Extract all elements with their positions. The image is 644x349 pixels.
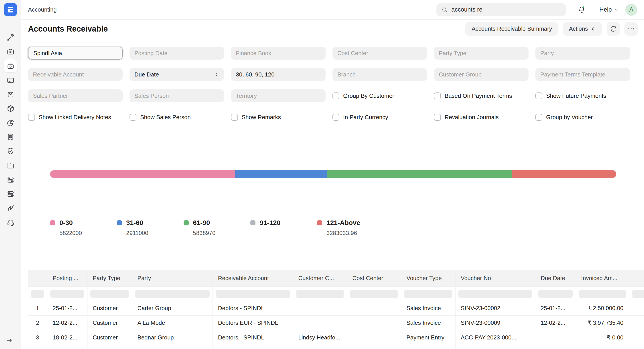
column-filter-input[interactable] [50, 290, 84, 298]
sidebar-item-organization[interactable] [0, 130, 21, 144]
sidebar-item-settings[interactable] [0, 172, 21, 187]
cell-invoiced-amount[interactable]: ₹ 0.00 [576, 330, 629, 345]
cell-voucher-no[interactable]: ACC-PAY-2023-000... [455, 330, 535, 345]
sales-person-filter[interactable]: Sales Person [130, 89, 224, 102]
in-party-currency-checkbox[interactable]: In Party Currency [332, 111, 427, 124]
column-filter-input[interactable] [538, 290, 573, 298]
cell-invoiced-amount[interactable]: ₹ 3,97,735.40 [576, 316, 629, 330]
cell-party-type[interactable]: Customer [87, 330, 132, 345]
column-header-receivable-account[interactable]: Receivable Account [212, 270, 293, 287]
cell-voucher-type[interactable]: Payment Entry [401, 330, 455, 345]
actions-button[interactable]: Actions [563, 22, 602, 35]
column-filter-input[interactable] [216, 290, 290, 298]
ageing-range-filter[interactable]: 30, 60, 90, 120 [231, 68, 326, 81]
column-header-index[interactable] [28, 270, 47, 287]
show-linked-delivery-notes-checkbox[interactable]: Show Linked Delivery Notes [28, 111, 122, 124]
refresh-button[interactable] [606, 22, 620, 35]
company-filter[interactable]: Spindl Asia [28, 47, 122, 59]
cell-voucher-type[interactable]: Sales Invoice [401, 301, 455, 316]
sidebar-item-banking[interactable] [0, 73, 21, 87]
cell-voucher-no[interactable]: SINV-23-00009 [455, 316, 535, 330]
show-sales-person-checkbox[interactable]: Show Sales Person [130, 111, 224, 124]
customer-group-filter[interactable]: Customer Group [434, 68, 528, 81]
cell-invoiced-amount[interactable]: ₹ 2,50,000.00 [576, 301, 629, 316]
payment-terms-template-filter[interactable]: Payment Terms Template [536, 68, 630, 81]
expand-sidebar-button[interactable] [6, 336, 15, 346]
cell-customer-contact[interactable] [293, 316, 347, 330]
row-number[interactable]: 2 [28, 316, 47, 330]
show-future-payments-checkbox[interactable]: Show Future Payments [536, 89, 630, 102]
sidebar-item-customization[interactable] [0, 187, 21, 201]
sidebar-item-stock[interactable] [0, 101, 21, 116]
column-filter-input[interactable] [90, 290, 129, 298]
column-header-extra[interactable] [629, 270, 644, 287]
column-header-party[interactable]: Party [132, 270, 212, 287]
ageing-based-on-select[interactable]: Due Date [130, 68, 224, 81]
cell-party-type[interactable]: Customer [87, 301, 132, 316]
branch-filter[interactable]: Branch [332, 68, 427, 81]
column-filter-input[interactable] [458, 290, 532, 298]
column-header-voucher-type[interactable]: Voucher Type [401, 270, 455, 287]
sidebar-item-selling[interactable] [0, 87, 21, 101]
cell-cost-center[interactable] [347, 316, 401, 330]
column-header-cost-center[interactable]: Cost Center [347, 270, 401, 287]
cell-voucher-type[interactable]: Sales Invoice [401, 316, 455, 330]
cell-party[interactable]: Bednar Group [132, 330, 212, 345]
cell-cost-center[interactable] [347, 301, 401, 316]
column-filter-input[interactable] [404, 290, 452, 298]
cell-due-date[interactable]: 25-01-2... [535, 301, 576, 316]
cell-posting-date[interactable]: 25-01-2... [47, 301, 87, 316]
cell-posting-date[interactable]: 12-02-2... [47, 316, 87, 330]
row-number[interactable]: 1 [28, 301, 47, 316]
sidebar-item-support[interactable] [0, 215, 21, 229]
posting-date-filter[interactable]: Posting Date [130, 47, 224, 59]
sidebar-item-analytics[interactable] [0, 116, 21, 130]
cell-posting-date[interactable]: 18-02-2... [47, 330, 87, 345]
cell-voucher-no[interactable]: SINV-23-00002 [455, 301, 535, 316]
finance-book-filter[interactable]: Finance Book [231, 47, 326, 59]
cell-customer-contact[interactable]: Lindsy Headfo... [293, 330, 347, 345]
column-filter-input[interactable] [632, 290, 644, 298]
bar-segment-61-90[interactable] [327, 170, 512, 178]
summary-button[interactable]: Accounts Receivable Summary [465, 22, 558, 35]
sidebar-item-quality[interactable] [0, 144, 21, 158]
column-filter-input[interactable] [135, 290, 210, 298]
sidebar-item-payments[interactable] [0, 44, 21, 59]
column-header-voucher-no[interactable]: Voucher No [455, 270, 535, 287]
column-header-customer-contact[interactable]: Customer C... [293, 270, 347, 287]
bar-segment-0-30[interactable] [50, 170, 235, 178]
avatar[interactable]: A [625, 4, 637, 16]
based-on-payment-terms-checkbox[interactable]: Based On Payment Terms [434, 89, 528, 102]
column-filter-input[interactable] [350, 290, 398, 298]
cell-party[interactable]: A La Mode [132, 316, 212, 330]
app-logo[interactable] [4, 3, 17, 16]
sidebar-item-tools[interactable] [0, 30, 21, 44]
cell-extra[interactable] [629, 316, 644, 330]
cost-center-filter[interactable]: Cost Center [332, 47, 427, 59]
show-remarks-checkbox[interactable]: Show Remarks [231, 111, 326, 124]
sidebar-item-projects[interactable] [0, 158, 21, 172]
cell-receivable-account[interactable]: Debtors EUR - SPINDL [212, 316, 293, 330]
column-header-posting-date[interactable]: Posting ... [47, 270, 87, 287]
help-menu[interactable]: Help [599, 6, 619, 13]
cell-due-date[interactable] [535, 330, 576, 345]
cell-party-type[interactable]: Customer [87, 316, 132, 330]
cell-extra[interactable] [629, 330, 644, 345]
column-header-invoiced-amount[interactable]: Invoiced Am... [576, 270, 629, 287]
cell-receivable-account[interactable]: Debtors - SPINDL [212, 330, 293, 345]
sidebar-item-accounting[interactable] [0, 59, 21, 73]
column-header-due-date[interactable]: Due Date [535, 270, 576, 287]
breadcrumb[interactable]: Accounting [28, 6, 57, 13]
group-by-customer-checkbox[interactable]: Group By Customer [332, 89, 427, 102]
menu-button[interactable] [624, 22, 638, 35]
column-header-party-type[interactable]: Party Type [87, 270, 132, 287]
cell-party[interactable]: Carter Group [132, 301, 212, 316]
row-number[interactable]: 3 [28, 330, 47, 345]
bar-segment-121-above[interactable] [512, 170, 616, 178]
search-input[interactable]: accounts re [436, 3, 566, 16]
cell-due-date[interactable]: 12-02-2... [535, 316, 576, 330]
column-filter-input[interactable] [296, 290, 344, 298]
cell-cost-center[interactable] [347, 330, 401, 345]
cell-customer-contact[interactable] [293, 301, 347, 316]
column-filter-input[interactable] [579, 290, 626, 298]
